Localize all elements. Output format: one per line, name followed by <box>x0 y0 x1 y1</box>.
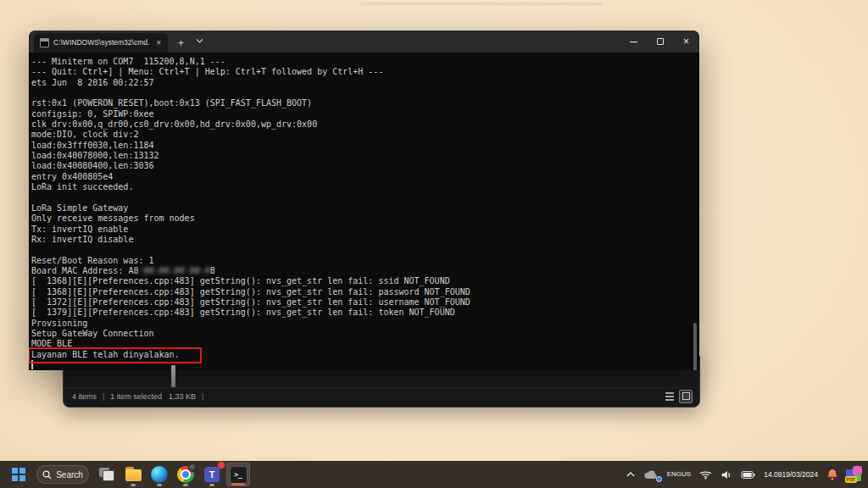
minimize-icon <box>630 42 637 42</box>
close-button[interactable]: × <box>673 30 699 53</box>
search-label: Search <box>56 470 83 480</box>
terminal-button[interactable]: >_ <box>226 463 250 486</box>
tab-dropdown-icon[interactable] <box>196 31 203 47</box>
explorer-selection-size: 1,33 KB <box>169 392 196 401</box>
file-explorer-icon <box>125 469 142 482</box>
cmd-icon <box>40 38 49 47</box>
chevron-up-icon <box>626 472 635 477</box>
terminal-line: clk_drv:0x00,q_dr00,cs0_drv:0x00,hd_drv:… <box>31 119 699 130</box>
wifi-icon <box>699 470 712 480</box>
file-explorer-button[interactable] <box>121 463 145 486</box>
status-separator: | <box>202 392 203 401</box>
terminal-line: [ 1379][E][Preferences.cpp:483] getStrin… <box>31 308 699 318</box>
tab-close-icon[interactable]: × <box>154 38 163 48</box>
running-indicator <box>209 484 214 486</box>
terminal-line: load:0x40080400,len:3036 <box>31 161 699 171</box>
active-running-indicator <box>231 483 245 485</box>
terminal-line: configsip: 0, SPIWP:0xee <box>31 109 699 119</box>
terminal-line: [ 1372][E][Preferences.cpp:483] getStrin… <box>31 297 699 308</box>
large-icons-view-icon[interactable] <box>679 390 693 403</box>
terminal-scrollbar[interactable] <box>693 323 698 370</box>
task-view-icon <box>99 468 114 481</box>
volume-button[interactable] <box>719 469 734 481</box>
terminal-line <box>31 88 699 98</box>
terminal-line: Only receive messages from nodes <box>31 214 699 224</box>
desktop-background: 4 items | 1 item selected 1,33 KB | C:\W… <box>0 0 868 488</box>
teams-notification-badge <box>217 461 225 469</box>
wifi-button[interactable] <box>698 469 714 481</box>
notifications-button[interactable] <box>825 467 840 482</box>
taskbar: Search T >_ <box>0 461 868 488</box>
close-icon: × <box>683 36 689 47</box>
terminal-line: entry 0x400805e4 <box>31 172 699 182</box>
terminal-line: LoRa Simple Gateway <box>31 203 699 214</box>
chrome-button[interactable] <box>174 463 198 486</box>
terminal-tab[interactable]: C:\WINDOWS\system32\cmd. × <box>34 33 168 53</box>
sync-badge <box>656 476 662 482</box>
explorer-scrollbar-thumb[interactable] <box>171 365 175 387</box>
terminal-line-mac-address: Board MAC Address: A8:##:##:##:##:#8 <box>31 266 699 276</box>
chrome-icon <box>177 466 194 483</box>
terminal-line: Provsioning <box>31 319 699 329</box>
speaker-icon <box>721 470 732 480</box>
terminal-icon: >_ <box>230 466 248 484</box>
hidden-icons-button[interactable] <box>625 470 637 479</box>
maximize-icon <box>657 38 664 45</box>
terminal-lines-bottom: [ 1368][E][Preferences.cpp:483] getStrin… <box>31 276 699 349</box>
terminal-line <box>31 192 699 202</box>
terminal-scrollbar-thumb[interactable] <box>693 323 697 370</box>
teams-icon: T <box>204 467 220 482</box>
explorer-item-count: 4 items <box>72 392 97 401</box>
region-code: US <box>682 471 691 479</box>
status-separator: | <box>103 392 104 401</box>
terminal-line: LoRa init succeeded. <box>31 182 699 192</box>
language-indicator[interactable]: ENG US <box>665 469 693 480</box>
edge-button[interactable] <box>147 463 171 486</box>
battery-icon <box>741 471 755 479</box>
terminal-line: [ 1368][E][Preferences.cpp:483] getStrin… <box>31 276 699 286</box>
minimize-button[interactable] <box>620 30 647 53</box>
terminal-line: --- Quit: Ctrl+] | Menu: Ctrl+T | Help: … <box>31 67 699 77</box>
teams-button[interactable]: T <box>200 463 224 486</box>
task-view-button[interactable] <box>95 463 119 486</box>
terminal-line: Reset/Boot Reason was: 1 <box>31 256 699 266</box>
running-indicator <box>183 484 188 486</box>
mac-suffix: 8 <box>210 266 215 275</box>
terminal-line: --- Miniterm on COM7 115200,8,N,1 --- <box>31 57 699 67</box>
notification-bell-icon <box>826 469 838 480</box>
terminal-window: C:\WINDOWS\system32\cmd. × + × --- Minit… <box>29 30 699 370</box>
terminal-line: [ 1368][E][Preferences.cpp:483] getStrin… <box>31 287 699 297</box>
terminal-line: load:0x40078000,len:13132 <box>31 151 699 161</box>
terminal-line <box>31 245 699 255</box>
clock[interactable]: 14.09 19/03/2024 <box>762 469 820 481</box>
terminal-line: Rx: invertIQ disable <box>31 235 699 245</box>
explorer-selection-count: 1 item selected <box>110 392 162 401</box>
terminal-line: rst:0x1 (POWERON_RESET),boot:0x13 (SPI_F… <box>31 98 699 108</box>
terminal-output[interactable]: --- Miniterm on COM7 115200,8,N,1 ------… <box>29 53 699 370</box>
explorer-status-bar: 4 items | 1 item selected 1,33 KB | <box>64 387 699 404</box>
background-shadow-artifact <box>360 3 602 5</box>
new-tab-button[interactable]: + <box>178 37 184 49</box>
terminal-line: mode:DIO, clock div:2 <box>31 130 699 140</box>
pdf-app-tray-icon[interactable]: PDF <box>845 466 863 483</box>
language-code: ENG <box>667 471 682 479</box>
details-view-icon[interactable] <box>664 391 676 402</box>
terminal-line: Tx: invertIQ enable <box>31 225 699 235</box>
battery-button[interactable] <box>739 469 757 480</box>
running-indicator <box>157 484 162 486</box>
tab-title: C:\WINDOWS\system32\cmd. <box>53 38 151 47</box>
tray-time: 14.09 <box>764 470 782 480</box>
maximize-button[interactable] <box>647 30 673 53</box>
terminal-title-bar[interactable]: C:\WINDOWS\system32\cmd. × + × <box>29 30 699 53</box>
terminal-line: Setup GateWay Connection <box>31 329 699 339</box>
running-indicator <box>131 484 136 486</box>
terminal-line: ets Jun 8 2016 00:22:57 <box>31 78 699 88</box>
search-input[interactable]: Search <box>36 465 89 484</box>
start-button[interactable] <box>7 463 31 486</box>
terminal-lines-top: --- Miniterm on COM7 115200,8,N,1 ------… <box>31 57 699 266</box>
search-icon <box>42 470 52 480</box>
chrome-badge <box>188 463 197 472</box>
redacted-mac: :##:##:##:##:# <box>138 266 209 275</box>
onedrive-tray-button[interactable] <box>642 469 660 481</box>
pdf-icon-label: PDF <box>845 476 857 483</box>
